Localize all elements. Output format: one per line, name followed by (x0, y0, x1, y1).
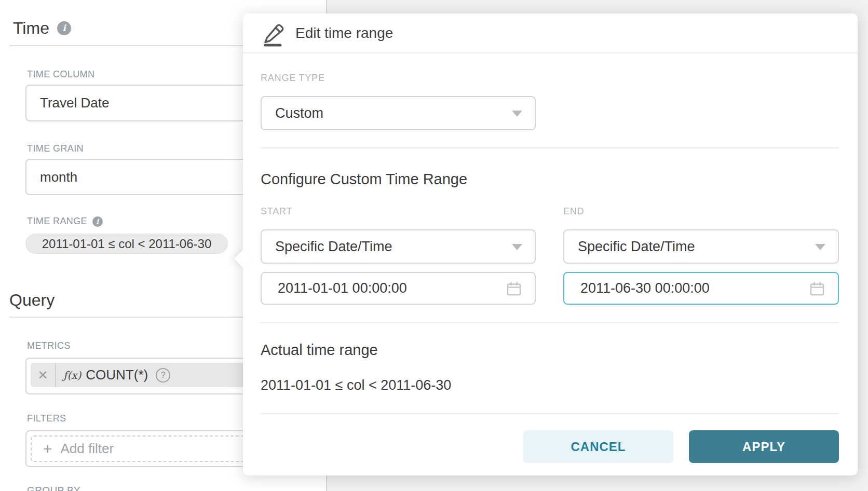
time-range-label-row: TIME RANGE i (27, 216, 103, 227)
modal-divider (261, 147, 839, 148)
modal-divider (261, 413, 839, 414)
info-icon[interactable]: i (57, 21, 71, 35)
start-datetime-input[interactable]: 2011-01-01 00:00:00 (261, 272, 536, 305)
end-datetime-value: 2011-06-30 00:00:00 (580, 280, 710, 296)
apply-button[interactable]: APPLY (689, 430, 839, 463)
range-type-select[interactable]: Custom (261, 96, 536, 130)
calendar-icon[interactable] (809, 281, 825, 296)
metrics-label: METRICS (27, 340, 71, 351)
start-label: START (261, 206, 292, 217)
end-label: END (563, 206, 584, 217)
time-range-value: 2011-01-01 ≤ col < 2011-06-30 (42, 237, 212, 251)
range-type-value: Custom (275, 105, 323, 121)
remove-icon[interactable]: ✕ (31, 363, 56, 387)
chevron-down-icon (512, 111, 522, 117)
configure-heading: Configure Custom Time Range (261, 171, 467, 188)
info-icon[interactable]: i (92, 216, 103, 227)
start-type-value: Specific Date/Time (275, 239, 392, 255)
time-grain-label: TIME GRAIN (27, 143, 84, 154)
time-range-label: TIME RANGE (27, 216, 87, 227)
chevron-down-icon (815, 244, 825, 250)
query-section-label: Query (9, 291, 55, 310)
end-type-value: Specific Date/Time (578, 239, 695, 255)
time-column-value: Travel Date (40, 95, 109, 111)
time-section-title: Time i (13, 19, 71, 38)
calendar-icon[interactable] (506, 281, 522, 296)
chevron-down-icon (512, 244, 522, 250)
popover-title: Edit time range (295, 25, 393, 42)
end-datetime-input[interactable]: 2011-06-30 00:00:00 (563, 272, 839, 305)
time-grain-value: month (40, 169, 77, 185)
fx-icon: ƒ(x) (63, 369, 81, 381)
popover-header: Edit time range (243, 13, 858, 53)
modal-divider (261, 322, 839, 323)
help-icon[interactable]: ? (156, 368, 170, 383)
start-datetime-value: 2011-01-01 00:00:00 (278, 280, 407, 296)
metric-name: COUNT(*) (86, 367, 148, 383)
explore-page: Time i TIME COLUMN Travel Date TIME GRAI… (0, 0, 868, 491)
range-type-label: RANGE TYPE (261, 73, 325, 84)
cancel-button[interactable]: CANCEL (523, 430, 673, 463)
time-range-pill[interactable]: 2011-01-01 ≤ col < 2011-06-30 (25, 234, 228, 254)
group-by-label: GROUP BY (27, 485, 80, 491)
query-section-title: Query (9, 291, 55, 310)
filters-label: FILTERS (27, 413, 66, 424)
edit-time-range-popover: Edit time range RANGE TYPE Custom Config… (243, 13, 858, 475)
start-type-select[interactable]: Specific Date/Time (261, 229, 536, 264)
actual-time-range-value: 2011-01-01 ≤ col < 2011-06-30 (261, 377, 451, 393)
plus-icon: + (43, 441, 52, 457)
time-section-label: Time (13, 19, 49, 38)
edit-pencil-icon (262, 20, 285, 47)
actual-time-range-heading: Actual time range (261, 342, 378, 359)
time-column-label: TIME COLUMN (27, 69, 94, 80)
add-filter-label: Add filter (61, 441, 114, 457)
end-type-select[interactable]: Specific Date/Time (563, 229, 839, 264)
